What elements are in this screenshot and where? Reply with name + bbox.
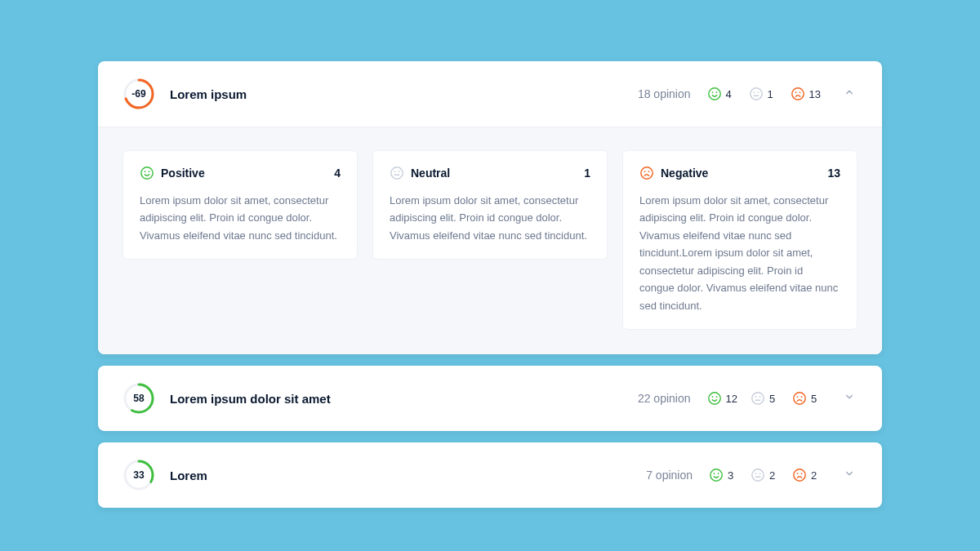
detail-body: Lorem ipsum dolor sit amet, consectetur … (390, 192, 590, 244)
svg-point-26 (715, 396, 717, 398)
positive-count: 12 (726, 393, 737, 405)
negative-detail-card: Negative13Lorem ipsum dolor sit amet, co… (622, 150, 858, 330)
detail-body: Lorem ipsum dolor sit amet, consectetur … (140, 192, 341, 244)
svg-point-25 (711, 396, 713, 398)
neutral-summary: 1 (749, 87, 777, 101)
positive-count: 4 (726, 88, 736, 100)
svg-point-45 (801, 473, 803, 474)
svg-point-15 (391, 167, 403, 179)
sad-icon (792, 391, 807, 406)
positive-count: 3 (728, 469, 737, 482)
sentiment-summary: 322 (709, 468, 821, 482)
detail-count: 1 (584, 167, 590, 180)
neutral-detail-card: Neutral1Lorem ipsum dolor sit amet, cons… (372, 150, 608, 260)
detail-body: Lorem ipsum dolor sit amet, consectetur … (639, 192, 840, 314)
svg-point-31 (794, 393, 805, 404)
sad-icon (792, 468, 807, 482)
neutral-icon (751, 391, 765, 406)
svg-point-7 (757, 91, 759, 93)
opinion-card: 58Lorem ipsum dolor sit amet22 opinion12… (98, 366, 882, 431)
negative-count: 13 (809, 88, 821, 100)
opinion-card: -69Lorem ipsum18 opinion4113Positive4Lor… (98, 61, 882, 354)
card-header[interactable]: 58Lorem ipsum dolor sit amet22 opinion12… (98, 366, 882, 431)
positive-summary: 3 (709, 468, 737, 482)
score-value: 58 (122, 382, 155, 415)
happy-icon (709, 468, 724, 482)
svg-point-13 (145, 171, 146, 172)
sad-icon (791, 87, 805, 101)
svg-point-44 (797, 473, 799, 474)
chevron-down-icon (844, 468, 855, 482)
card-header[interactable]: -69Lorem ipsum18 opinion4113 (98, 61, 882, 127)
opinion-count: 7 opinion (646, 469, 693, 482)
opinion-card: 33Lorem7 opinion322 (98, 442, 882, 508)
opinion-count: 22 opinion (638, 392, 691, 405)
svg-point-12 (141, 167, 153, 179)
svg-point-39 (752, 469, 764, 481)
item-title: Lorem ipsum dolor sit amet (170, 392, 638, 406)
opinion-count: 18 opinion (638, 87, 691, 100)
svg-point-11 (799, 91, 800, 93)
score-value: 33 (122, 459, 155, 491)
happy-icon (140, 166, 154, 180)
chevron-down-icon (844, 391, 855, 406)
svg-point-2 (708, 88, 719, 100)
svg-point-17 (399, 171, 400, 172)
svg-point-33 (801, 396, 803, 398)
sentiment-summary: 1255 (707, 391, 821, 406)
detail-label: Neutral (411, 167, 584, 180)
svg-point-27 (752, 393, 764, 404)
neutral-count: 1 (768, 88, 777, 100)
neutral-icon (751, 468, 765, 482)
neutral-count: 2 (769, 469, 779, 482)
svg-point-43 (794, 469, 805, 481)
sad-icon (639, 166, 654, 180)
svg-point-3 (711, 91, 713, 93)
svg-point-9 (791, 88, 803, 100)
negative-summary: 5 (792, 391, 821, 406)
svg-point-16 (394, 171, 396, 172)
happy-icon (707, 87, 722, 101)
svg-point-4 (715, 91, 717, 93)
detail-label: Positive (161, 167, 334, 180)
detail-count: 4 (334, 167, 341, 180)
svg-point-28 (755, 396, 757, 398)
svg-point-37 (714, 473, 715, 474)
card-header[interactable]: 33Lorem7 opinion322 (98, 442, 882, 508)
expand-toggle[interactable] (841, 390, 858, 407)
svg-point-20 (644, 171, 646, 172)
svg-point-36 (710, 469, 722, 481)
negative-count: 2 (811, 469, 821, 482)
svg-point-24 (708, 393, 719, 404)
expand-toggle[interactable] (841, 86, 858, 102)
svg-point-29 (760, 396, 761, 398)
detail-card-header: Neutral1 (390, 166, 590, 180)
svg-point-32 (797, 396, 799, 398)
negative-count: 5 (811, 393, 821, 405)
positive-summary: 4 (707, 87, 736, 101)
svg-point-21 (648, 171, 650, 172)
svg-point-38 (718, 473, 719, 474)
detail-count: 13 (827, 167, 840, 180)
detail-label: Negative (661, 167, 827, 180)
svg-point-14 (149, 171, 150, 172)
sentiment-summary: 4113 (707, 87, 821, 101)
positive-summary: 12 (707, 391, 737, 406)
detail-card-header: Negative13 (639, 166, 840, 180)
item-title: Lorem (170, 469, 646, 482)
neutral-icon (749, 87, 764, 101)
svg-point-41 (760, 473, 761, 474)
svg-point-6 (753, 91, 755, 93)
score-ring: 58 (122, 382, 155, 415)
details-panel: Positive4Lorem ipsum dolor sit amet, con… (98, 127, 882, 354)
item-title: Lorem ipsum (170, 87, 638, 101)
svg-point-19 (641, 167, 653, 179)
negative-summary: 13 (791, 87, 821, 101)
score-ring: 33 (122, 459, 155, 491)
negative-summary: 2 (792, 468, 821, 482)
neutral-summary: 5 (751, 391, 779, 406)
svg-point-40 (755, 473, 757, 474)
expand-toggle[interactable] (841, 467, 858, 483)
svg-point-10 (795, 91, 796, 93)
neutral-count: 5 (769, 393, 779, 405)
